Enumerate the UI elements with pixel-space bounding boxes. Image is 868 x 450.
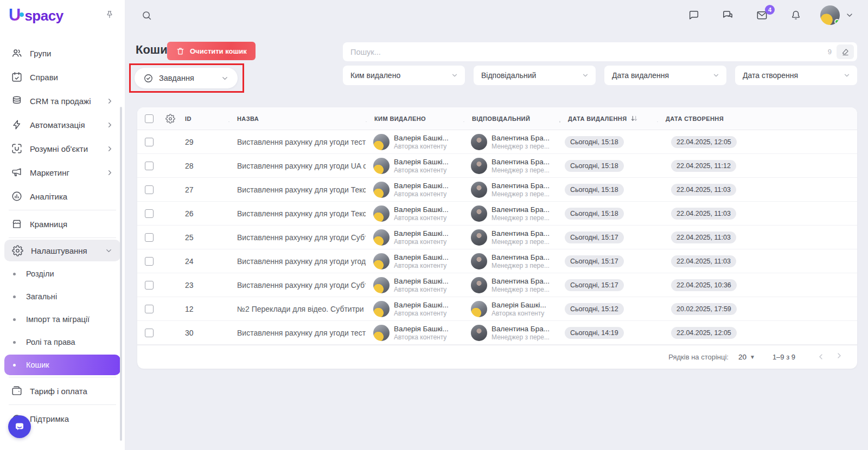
row-name[interactable]: Виставлення рахунку для угоди Текст (228, 185, 366, 194)
sidebar-item-groups[interactable]: Групи (0, 41, 125, 65)
app-logo[interactable]: Uspacy (9, 7, 63, 24)
deleted-date-badge: Сьогодні, 15:12 (565, 303, 624, 315)
user-avatar[interactable] (820, 5, 840, 25)
row-name[interactable]: Виставлення рахунку для угоди угода (228, 257, 366, 266)
row-checkbox[interactable] (145, 185, 154, 194)
row-name[interactable]: Виставлення рахунку для угоди Субти (228, 233, 366, 242)
column-header-created-date[interactable]: ДАТА СТВОРЕННЯ (657, 115, 857, 122)
search-input[interactable] (350, 48, 828, 56)
deleted-by-cell[interactable]: Валерія Башкі... Авторка контенту (366, 205, 463, 222)
row-checkbox[interactable] (145, 329, 154, 337)
search-icon[interactable] (141, 10, 152, 21)
responsible-cell[interactable]: Валентина Бра... Менеджер з пере... (463, 134, 559, 150)
entity-type-dropdown[interactable]: Завдання (135, 68, 238, 88)
deleted-by-avatar (373, 253, 390, 269)
row-checkbox[interactable] (145, 209, 154, 218)
table-row[interactable]: 12 №2 Переклади для відео. Субтитри Вале… (137, 297, 857, 321)
column-header-deleted-date[interactable]: ДАТА ВИДАЛЕННЯ (559, 115, 657, 123)
filter-deleted-by[interactable]: Ким видалено (343, 66, 465, 85)
table-row[interactable]: 24 Виставлення рахунку для угоди угода В… (137, 249, 857, 273)
sidebar-subitem-roles[interactable]: Ролі та права (0, 331, 125, 353)
row-checkbox[interactable] (145, 281, 154, 290)
row-checkbox[interactable] (145, 162, 154, 170)
sidebar-item-settings[interactable]: Налаштування (4, 240, 120, 261)
chats-icon[interactable] (722, 9, 734, 22)
column-header-responsible[interactable]: ВІДПОВІДАЛЬНИЙ (463, 115, 559, 122)
deleted-by-cell[interactable]: Валерія Башкі... Авторка контенту (366, 134, 463, 150)
profile-chevron-down-icon[interactable] (845, 11, 854, 20)
responsible-cell[interactable]: Валерія Башкі... Авторка контенту (463, 301, 559, 317)
sidebar-item-marketing[interactable]: Маркетинг (0, 160, 125, 184)
table-row[interactable]: 29 Виставлення рахунку для угоди тест : … (137, 130, 857, 154)
row-checkbox[interactable] (145, 257, 154, 266)
deleted-by-name: Валерія Башкі... (394, 277, 449, 285)
responsible-cell[interactable]: Валентина Бра... Менеджер з пере... (463, 229, 559, 246)
deleted-by-cell[interactable]: Валерія Башкі... Авторка контенту (366, 182, 463, 198)
created-date-cell: 22.04.2025, 12:05 (657, 136, 857, 148)
bullet-icon (13, 273, 16, 275)
row-id: 26 (180, 209, 228, 218)
row-name[interactable]: Виставлення рахунку для угоди тест : (228, 138, 366, 146)
table-row[interactable]: 28 Виставлення рахунку для угоди UA су В… (137, 154, 857, 178)
sidebar-item-analytics[interactable]: Аналітика (0, 184, 125, 208)
clear-search-button[interactable] (837, 44, 854, 59)
table-settings-gear-icon[interactable] (161, 114, 180, 124)
filter-deleted-date[interactable]: Дата видалення (604, 66, 726, 85)
table-row[interactable]: 25 Виставлення рахунку для угоди Субти В… (137, 226, 857, 249)
bullet-icon (13, 341, 16, 344)
sidebar-scrollbar[interactable] (120, 107, 122, 441)
deleted-by-cell[interactable]: Валерія Башкі... Авторка контенту (366, 301, 463, 317)
filter-responsible[interactable]: Відповідальний (474, 66, 596, 85)
sidebar-subitem-trash-active[interactable]: Кошик (4, 355, 120, 375)
sidebar-subitem-general[interactable]: Загальні (0, 285, 125, 308)
table-row[interactable]: 23 Виставлення рахунку для угоди Субти В… (137, 273, 857, 297)
sidebar-item-billing[interactable]: Тариф і оплата (0, 379, 125, 403)
chat-icon[interactable] (688, 9, 700, 21)
filter-created-date[interactable]: Дата створення (735, 66, 857, 85)
responsible-cell[interactable]: Валентина Бра... Менеджер з пере... (463, 158, 559, 174)
deleted-by-cell[interactable]: Валерія Башкі... Авторка контенту (366, 277, 463, 293)
row-name[interactable]: Виставлення рахунку для угоди UA су (228, 162, 366, 170)
table-row[interactable]: 30 Виставлення рахунку для угоди тест : … (137, 321, 857, 345)
deleted-by-cell[interactable]: Валерія Башкі... Авторка контенту (366, 229, 463, 246)
column-header-name[interactable]: НАЗВА (228, 115, 366, 122)
row-name[interactable]: Виставлення рахунку для угоди Текст (228, 209, 366, 218)
table-row[interactable]: 26 Виставлення рахунку для угоди Текст В… (137, 202, 857, 226)
created-date-badge: 22.04.2025, 11:03 (671, 255, 736, 267)
sidebar-item-crm[interactable]: CRM та продажі (0, 89, 125, 113)
sidebar-subitem-label: Розділи (26, 269, 54, 278)
support-chat-bubble-button[interactable] (8, 415, 31, 438)
bell-icon[interactable] (790, 9, 802, 21)
deleted-by-cell[interactable]: Валерія Башкі... Авторка контенту (366, 253, 463, 269)
deleted-by-avatar (373, 301, 390, 317)
sidebar-item-smart-objects[interactable]: Розумні об'єкти (0, 137, 125, 160)
column-header-id[interactable]: ID (180, 115, 228, 122)
row-checkbox[interactable] (145, 305, 154, 313)
clear-trash-button[interactable]: Очистити кошик (167, 42, 256, 60)
column-header-deleted-by[interactable]: КИМ ВИДАЛЕНО (366, 115, 463, 122)
row-checkbox[interactable] (145, 233, 154, 242)
row-name[interactable]: №2 Переклади для відео. Субтитри (228, 305, 366, 313)
previous-page-button[interactable] (814, 350, 828, 364)
sidebar-subitem-import[interactable]: Імпорт та міграції (0, 308, 125, 331)
inbox-icon[interactable]: 4 (756, 9, 768, 22)
responsible-cell[interactable]: Валентина Бра... Менеджер з пере... (463, 277, 559, 293)
row-name[interactable]: Виставлення рахунку для угоди Субти (228, 281, 366, 290)
row-checkbox[interactable] (145, 138, 154, 146)
table-row[interactable]: 27 Виставлення рахунку для угоди Текст В… (137, 178, 857, 202)
next-page-button[interactable] (833, 350, 847, 364)
deleted-by-cell[interactable]: Валерія Башкі... Авторка контенту (366, 325, 463, 341)
sidebar-item-automation[interactable]: Автоматизація (0, 113, 125, 137)
sidebar-item-store[interactable]: Крамниця (0, 212, 125, 236)
deleted-by-cell[interactable]: Валерія Башкі... Авторка контенту (366, 158, 463, 174)
rows-per-page-select[interactable]: 20 ▼ (738, 353, 755, 361)
row-name[interactable]: Виставлення рахунку для угоди тест : (228, 329, 366, 337)
responsible-cell[interactable]: Валентина Бра... Менеджер з пере... (463, 325, 559, 341)
sidebar-item-tasks[interactable]: Справи (0, 65, 125, 89)
responsible-cell[interactable]: Валентина Бра... Менеджер з пере... (463, 205, 559, 222)
select-all-checkbox[interactable] (145, 114, 154, 123)
responsible-cell[interactable]: Валентина Бра... Менеджер з пере... (463, 253, 559, 269)
sidebar-subitem-sections[interactable]: Розділи (0, 262, 125, 285)
responsible-cell[interactable]: Валентина Бра... Менеджер з пере... (463, 182, 559, 198)
pin-sidebar-icon[interactable] (104, 10, 115, 21)
